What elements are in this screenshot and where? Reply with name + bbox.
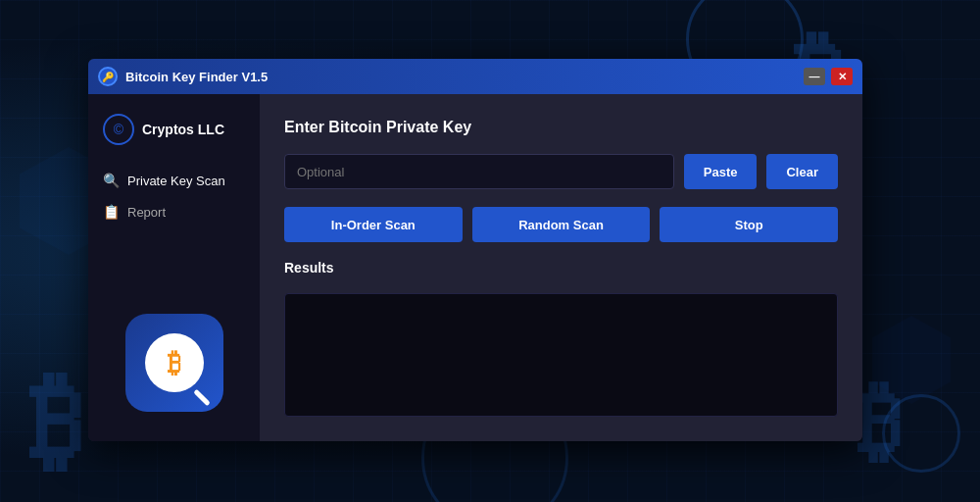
sidebar: © Cryptos LLC 🔍 Private Key Scan 📋 Repor… <box>88 94 260 441</box>
btc-symbol: ₿ <box>168 347 181 379</box>
brand-icon: © <box>103 114 134 145</box>
close-button[interactable]: ✕ <box>831 68 853 85</box>
results-title: Results <box>284 260 838 276</box>
clear-button[interactable]: Clear <box>766 154 838 189</box>
window-controls: — ✕ <box>804 68 853 85</box>
search-icon: 🔍 <box>103 173 120 188</box>
sidebar-item-report[interactable]: 📋 Report <box>88 196 260 227</box>
input-row: Paste Clear <box>284 154 838 189</box>
nav-label-report: Report <box>127 205 166 220</box>
sidebar-item-private-key-scan[interactable]: 🔍 Private Key Scan <box>88 165 260 196</box>
btc-logo: ₿ <box>125 314 223 412</box>
private-key-input[interactable] <box>284 154 674 189</box>
window-title: Bitcoin Key Finder V1.5 <box>125 70 804 84</box>
main-content: Enter Bitcoin Private Key Paste Clear In… <box>260 94 862 441</box>
bg-circle-2 <box>882 394 960 473</box>
scan-row: In-Order Scan Random Scan Stop <box>284 207 838 242</box>
brand-name: Cryptos LLC <box>142 122 224 137</box>
section-title: Enter Bitcoin Private Key <box>284 119 838 136</box>
minimize-button[interactable]: — <box>804 68 825 85</box>
title-bar: 🔑 Bitcoin Key Finder V1.5 — ✕ <box>88 59 862 94</box>
brand: © Cryptos LLC <box>88 114 260 145</box>
report-icon: 📋 <box>103 204 120 220</box>
bg-bitcoin-symbol-2: ₿ <box>29 358 83 482</box>
random-scan-button[interactable]: Random Scan <box>472 207 651 242</box>
window-body: © Cryptos LLC 🔍 Private Key Scan 📋 Repor… <box>88 94 862 441</box>
magnifier-handle <box>193 389 211 407</box>
results-area <box>284 293 838 417</box>
app-window: 🔑 Bitcoin Key Finder V1.5 — ✕ © Cryptos … <box>88 59 862 441</box>
in-order-scan-button[interactable]: In-Order Scan <box>284 207 463 242</box>
stop-button[interactable]: Stop <box>660 207 838 242</box>
paste-button[interactable]: Paste <box>684 154 758 189</box>
nav-label-private-key: Private Key Scan <box>127 174 225 188</box>
title-bar-icon: 🔑 <box>98 67 118 86</box>
